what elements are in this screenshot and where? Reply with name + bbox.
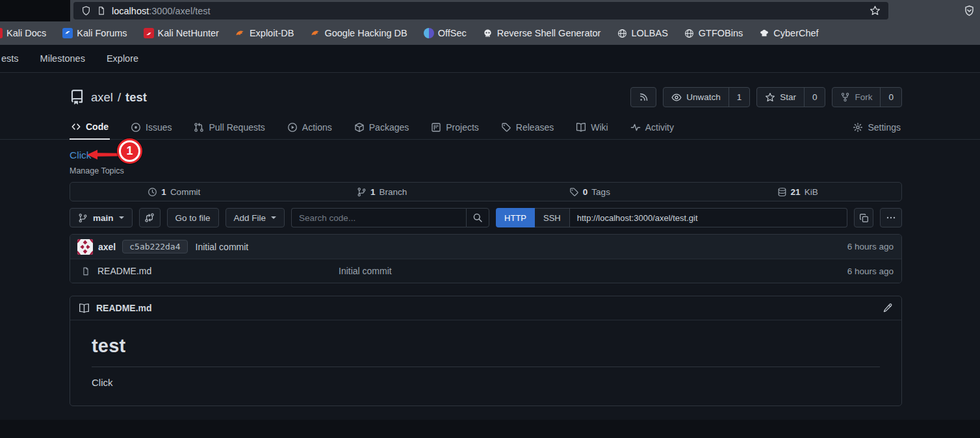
readme-panel: README.md test Click (70, 296, 902, 406)
nav-item-requests-partial[interactable]: ests (1, 53, 19, 64)
search-submit-button[interactable] (466, 208, 489, 227)
annotation-arrow (86, 148, 123, 161)
chrome-left-dark-area (0, 0, 70, 21)
kali-forums-icon (62, 28, 73, 38)
url-path: :3000/axel/test (149, 6, 210, 16)
issue-circle-icon (131, 122, 141, 133)
caret-down-icon (271, 216, 276, 219)
file-icon (81, 266, 90, 276)
clone-url-input[interactable] (570, 208, 847, 227)
bookmark-google-hacking-db[interactable]: Google Hacking DB (310, 28, 407, 38)
ellipsis-icon (886, 213, 896, 223)
more-options-button[interactable] (880, 208, 902, 227)
stat-tags[interactable]: 0 Tags (486, 183, 694, 201)
bookmark-kali-docs[interactable]: Kali Docs (0, 28, 46, 38)
manage-topics-link[interactable]: Manage Topics (70, 166, 124, 175)
star-count[interactable]: 0 (804, 88, 825, 107)
copy-url-button[interactable] (854, 208, 873, 227)
repo-owner-link[interactable]: axel (91, 90, 113, 105)
page-info-icon[interactable] (97, 6, 106, 16)
footer-strip (0, 420, 980, 438)
tab-issues[interactable]: Issues (129, 114, 173, 139)
compare-branches-button[interactable] (139, 208, 161, 227)
bookmark-kali-forums[interactable]: Kali Forums (62, 28, 127, 38)
repo-tabs: Code Issues Pull Requests Actions Packag… (70, 114, 902, 139)
add-file-button[interactable]: Add File (226, 208, 285, 227)
repo-description: Click 1 Manage Topics (70, 149, 902, 175)
repo-title-separator: / (118, 90, 121, 105)
readme-heading: test (92, 335, 880, 367)
readme-content: test Click (70, 320, 901, 406)
avatar[interactable] (77, 239, 93, 255)
exploit-db-icon (310, 28, 320, 38)
tab-code[interactable]: Code (70, 114, 110, 140)
clone-ssh-button[interactable]: SSH (535, 208, 570, 227)
caret-down-icon (119, 216, 124, 219)
bookmark-offsec[interactable]: OffSec (424, 28, 467, 38)
globe-icon (684, 28, 695, 38)
stat-branches[interactable]: 1 Branch (278, 183, 486, 201)
book-open-icon (576, 122, 586, 133)
stat-commits[interactable]: 1 Commit (70, 183, 278, 201)
search-code-input[interactable] (291, 208, 466, 227)
tab-releases[interactable]: Releases (500, 114, 555, 139)
tab-activity[interactable]: Activity (629, 114, 675, 139)
file-commit-message[interactable]: Initial commit (339, 266, 796, 276)
commit-hash-badge[interactable]: c5ab222da4 (122, 240, 187, 253)
unwatch-button[interactable]: Unwatch 1 (663, 87, 750, 107)
bookmark-kali-nethunter[interactable]: Kali NetHunter (144, 28, 219, 38)
readme-paragraph: Click (92, 377, 880, 388)
go-to-file-button[interactable]: Go to file (167, 208, 219, 227)
watch-count[interactable]: 1 (729, 88, 750, 107)
package-icon (354, 122, 365, 133)
file-name-link[interactable]: README.md (97, 266, 151, 276)
shield-check-extension-icon[interactable] (964, 5, 975, 16)
eye-icon (671, 92, 682, 103)
branch-selector-button[interactable]: main (70, 208, 133, 227)
copy-icon (859, 213, 869, 223)
bookmark-lolbas[interactable]: LOLBAS (617, 28, 667, 38)
code-search (291, 208, 489, 227)
clone-http-button[interactable]: HTTP (496, 208, 535, 227)
browser-chrome: localhost:3000/axel/test Kali Docs Kali … (0, 0, 980, 45)
repo-stats-bar: 1 Commit 1 Branch 0 Tags 21 KiB (70, 182, 902, 201)
rss-feed-button[interactable] (630, 87, 656, 107)
commit-message[interactable]: Initial commit (196, 242, 249, 252)
branch-icon (78, 213, 88, 223)
tab-actions[interactable]: Actions (286, 114, 333, 139)
branch-icon (357, 187, 367, 197)
repo-header: axel / test Unwatch 1 Star (70, 87, 902, 107)
fork-button[interactable]: Fork 0 (832, 87, 902, 107)
bookmark-reverse-shell-generator[interactable]: Reverse Shell Generator (483, 28, 601, 38)
tab-settings[interactable]: Settings (851, 114, 902, 139)
gear-icon (853, 122, 863, 133)
clone-url-group: HTTP SSH (496, 208, 847, 227)
nav-item-milestones[interactable]: Milestones (40, 53, 85, 64)
tab-projects[interactable]: Projects (430, 114, 480, 139)
file-commit-time: 6 hours ago (796, 266, 894, 276)
star-button[interactable]: Star 0 (756, 87, 825, 107)
stat-size[interactable]: 21 KiB (693, 183, 901, 201)
nav-item-explore[interactable]: Explore (107, 53, 138, 64)
repo-name-link[interactable]: test (125, 90, 147, 105)
url-host: localhost (112, 6, 149, 16)
readme-filename: README.md (96, 303, 152, 313)
edit-pencil-icon[interactable] (883, 303, 893, 313)
tab-packages[interactable]: Packages (353, 114, 410, 139)
tab-wiki[interactable]: Wiki (574, 114, 609, 139)
commit-author[interactable]: axel (98, 242, 116, 252)
bookmark-star-icon[interactable] (870, 5, 881, 16)
bookmark-exploit-db[interactable]: Exploit-DB (235, 28, 294, 38)
shield-icon[interactable] (81, 6, 91, 16)
star-icon (765, 92, 775, 103)
book-open-icon (79, 303, 90, 314)
pulse-icon (630, 122, 641, 133)
code-icon (71, 122, 81, 132)
fork-count[interactable]: 0 (880, 88, 901, 107)
play-circle-icon (287, 122, 298, 133)
kali-docs-icon (0, 28, 3, 38)
bookmark-gtfobins[interactable]: GTFOBins (684, 28, 743, 38)
tab-pull-requests[interactable]: Pull Requests (192, 114, 266, 139)
browser-address-bar[interactable]: localhost:3000/axel/test (73, 2, 888, 19)
bookmark-cyberchef[interactable]: CyberChef (759, 28, 818, 38)
